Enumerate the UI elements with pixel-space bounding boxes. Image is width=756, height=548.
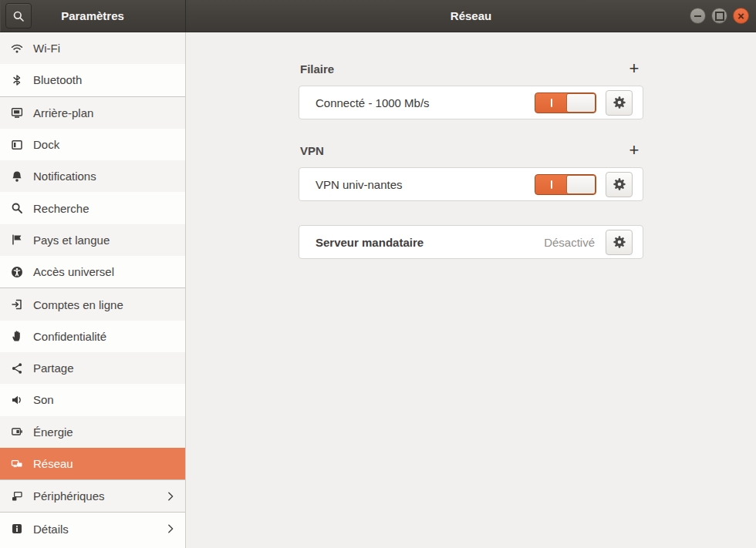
sidebar-item-dock[interactable]: Dock	[0, 129, 185, 160]
network-icon	[11, 458, 23, 470]
bluetooth-icon	[11, 74, 23, 86]
bell-icon	[11, 170, 23, 183]
sidebar-item-privacy[interactable]: Confidentialité	[0, 321, 185, 352]
toggle-knob[interactable]	[566, 93, 596, 113]
close-icon[interactable]	[733, 8, 749, 24]
sidebar-item-label: Accès universel	[33, 265, 114, 278]
sidebar-item-network[interactable]: Réseau	[0, 448, 185, 479]
wired-toggle[interactable]	[535, 92, 596, 113]
sidebar-item-label: Recherche	[33, 202, 89, 215]
sidebar-item-label: Détails	[33, 523, 69, 536]
network-panel: Filaire + Connecté - 1000 Mb/s	[186, 32, 756, 548]
flag-icon	[11, 234, 23, 246]
vpn-settings-button[interactable]	[606, 172, 633, 197]
sidebar-item-notifications[interactable]: Notifications	[0, 160, 185, 192]
wired-connection-label: Connecté - 1000 Mb/s	[316, 96, 430, 109]
sidebar-item-bluetooth[interactable]: Bluetooth	[0, 64, 185, 96]
wired-section: Filaire + Connecté - 1000 Mb/s	[299, 62, 643, 119]
hand-icon	[11, 330, 23, 342]
sidebar-item-label: Dock	[33, 138, 59, 151]
search-icon	[12, 10, 25, 22]
maximize-icon[interactable]	[711, 8, 727, 24]
sidebar-item-label: Partage	[33, 361, 74, 375]
panel-title: Réseau	[451, 9, 491, 22]
add-vpn-button[interactable]: +	[626, 144, 642, 156]
sidebar-item-wifi[interactable]: Wi-Fi	[0, 32, 185, 64]
share-icon	[11, 362, 23, 375]
sidebar-item-label: Énergie	[33, 425, 73, 439]
sidebar: Wi-Fi Bluetooth Arrière-plan	[0, 32, 186, 548]
wired-settings-button[interactable]	[606, 90, 633, 116]
chevron-right-icon	[165, 523, 176, 534]
add-wired-connection-button[interactable]: +	[626, 62, 642, 75]
vpn-section: VPN + VPN univ-nantes	[299, 143, 643, 201]
toggle-on-mark	[551, 99, 552, 107]
headerbar-sidebar-section: Paramètres	[0, 0, 186, 32]
online-accounts-icon	[11, 298, 23, 311]
sidebar-item-sound[interactable]: Son	[0, 384, 185, 415]
gear-icon	[613, 96, 626, 109]
devices-icon	[11, 490, 23, 503]
settings-window: Paramètres Réseau Wi-Fi	[0, 0, 756, 548]
vpn-connection-label: VPN univ-nantes	[316, 178, 403, 191]
sidebar-item-background[interactable]: Arrière-plan	[0, 97, 185, 129]
window-controls	[690, 8, 749, 24]
sidebar-item-label: Réseau	[33, 457, 73, 470]
sidebar-item-label: Arrière-plan	[33, 106, 93, 119]
gear-icon	[613, 235, 626, 249]
sidebar-item-power[interactable]: Énergie	[0, 416, 185, 448]
section-title-wired: Filaire	[300, 62, 334, 76]
sidebar-item-sharing[interactable]: Partage	[0, 352, 185, 384]
vpn-toggle[interactable]	[535, 174, 596, 195]
sidebar-item-details[interactable]: Détails	[0, 513, 185, 544]
sidebar-item-devices[interactable]: Périphériques	[0, 480, 185, 512]
proxy-section: Serveur mandataire Désactivé	[299, 225, 643, 259]
sidebar-item-label: Périphériques	[33, 489, 105, 503]
proxy-settings-button[interactable]	[606, 230, 633, 255]
proxy-row: Serveur mandataire Désactivé	[299, 225, 643, 259]
sidebar-item-universal-access[interactable]: Accès universel	[0, 256, 185, 287]
battery-icon	[11, 425, 23, 438]
sidebar-item-label: Bluetooth	[33, 73, 82, 86]
sidebar-item-label: Pays et langue	[33, 234, 110, 247]
dock-icon	[11, 139, 23, 151]
accessibility-icon	[11, 266, 23, 278]
sidebar-item-label: Notifications	[33, 170, 96, 183]
wifi-icon	[11, 42, 23, 55]
search-button[interactable]	[5, 3, 32, 29]
proxy-label: Serveur mandataire	[316, 236, 424, 249]
sidebar-item-label: Wi-Fi	[33, 42, 60, 55]
sidebar-item-online-accounts[interactable]: Comptes en ligne	[0, 288, 185, 320]
wired-connection-row: Connecté - 1000 Mb/s	[299, 86, 643, 119]
sidebar-item-label: Comptes en ligne	[33, 298, 123, 311]
background-icon	[11, 106, 23, 119]
gear-icon	[613, 177, 626, 191]
sidebar-item-search[interactable]: Recherche	[0, 192, 185, 224]
sidebar-item-label: Confidentialité	[33, 330, 106, 343]
search-icon	[11, 202, 23, 214]
sidebar-item-region-language[interactable]: Pays et langue	[0, 224, 185, 256]
vpn-connection-row: VPN univ-nantes	[299, 167, 643, 201]
chevron-right-icon	[165, 491, 176, 502]
minimize-icon[interactable]	[690, 8, 706, 24]
speaker-icon	[11, 394, 23, 406]
proxy-status: Désactivé	[544, 236, 595, 249]
headerbar: Paramètres Réseau	[0, 0, 756, 32]
section-title-vpn: VPN	[300, 144, 324, 157]
sidebar-item-label: Son	[33, 393, 54, 406]
info-icon	[11, 523, 23, 535]
headerbar-main-section: Réseau	[186, 0, 756, 32]
app-body: Wi-Fi Bluetooth Arrière-plan	[0, 32, 756, 548]
toggle-knob[interactable]	[566, 175, 596, 194]
toggle-on-mark	[551, 180, 552, 189]
